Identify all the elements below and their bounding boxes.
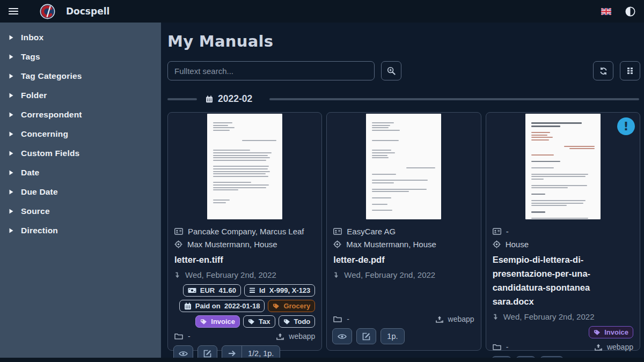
sidebar-item-label: Concerning [21, 129, 68, 139]
concerning-label: Max Mustermann, House [187, 240, 277, 249]
calendar-icon [184, 302, 192, 310]
grid-icon [627, 67, 633, 75]
item-badge: Tax [243, 315, 275, 328]
search-toolbar [167, 61, 640, 80]
arrow-right-icon [228, 350, 236, 357]
layout-toggle-button[interactable] [620, 61, 640, 80]
item-card[interactable]: EasyCare AGMax Mustermann, Houseletter-d… [326, 112, 481, 351]
source-icon [276, 333, 284, 340]
refresh-button[interactable] [593, 61, 613, 80]
badge-label: Invoice [604, 328, 628, 336]
item-date: Wed, February 2nd, 2022 [503, 312, 595, 321]
item-card[interactable]: !-HouseEsempio-di-lettera-di-presentazio… [486, 112, 640, 351]
edit-button[interactable] [356, 328, 376, 344]
item-date-icon [174, 271, 180, 279]
item-badge: Todo [279, 315, 316, 328]
eye-icon [179, 351, 188, 357]
tag-icon [248, 319, 255, 325]
sidebar-item-concerning[interactable]: Concerning [0, 124, 161, 144]
calendar-icon [206, 95, 213, 103]
caret-right-icon [9, 209, 14, 214]
footer-strip [0, 358, 644, 362]
correspondent-icon [333, 228, 342, 235]
correspondent-label: EasyCare AG [347, 227, 396, 236]
caret-right-icon [9, 170, 14, 175]
money-bill-icon [188, 287, 196, 293]
bars-icon [249, 287, 255, 293]
source-label: webapp [289, 332, 315, 341]
document-thumbnail[interactable] [486, 113, 640, 222]
page-title: My Manuals [167, 32, 640, 50]
fulltext-search-button[interactable] [381, 61, 401, 80]
document-thumbnail[interactable] [327, 113, 480, 222]
sidebar-item-label: Folder [21, 91, 47, 100]
correspondent-label: Pancake Company, Marcus Leaf [188, 227, 304, 236]
sidebar-item-direction[interactable]: Direction [0, 221, 161, 240]
docspell-logo-icon[interactable] [40, 4, 55, 19]
cards-row: Pancake Company, Marcus LeafMax Musterma… [167, 112, 640, 351]
sidebar-item-source[interactable]: Source [0, 202, 161, 221]
concerning-label: House [506, 240, 529, 249]
caret-right-icon [9, 189, 14, 195]
theme-toggle-icon[interactable] [625, 6, 635, 17]
sidebar-item-correspondent[interactable]: Correspondent [0, 105, 161, 124]
folder-icon [174, 333, 183, 339]
search-input[interactable] [167, 61, 375, 80]
item-name: letter-de.pdf [333, 253, 474, 267]
badge-label: Todo [294, 317, 311, 326]
sidebar-item-folder[interactable]: Folder [0, 86, 161, 105]
item-badge: Grocery [268, 300, 315, 312]
item-date-icon [493, 313, 498, 321]
concerning-icon [174, 240, 182, 248]
menu-icon[interactable] [9, 8, 18, 15]
concerning-icon [493, 240, 501, 248]
page-count-button[interactable]: 1p. [380, 328, 404, 344]
source-label: webapp [448, 315, 474, 323]
new-item-indicator-icon: ! [617, 117, 635, 135]
item-badge: Paid on 2022-01-18 [179, 300, 265, 312]
sidebar-item-date[interactable]: Date [0, 163, 161, 182]
item-name: letter-en.tiff [174, 253, 315, 267]
sidebar-item-label: Custom Fields [21, 149, 79, 158]
language-flag-icon[interactable] [601, 8, 611, 15]
folder-icon [333, 316, 342, 322]
source-icon [595, 344, 602, 351]
divider-line [167, 98, 197, 100]
edit-icon [203, 350, 211, 358]
refresh-icon [599, 67, 608, 75]
item-date-icon [333, 271, 339, 279]
item-card[interactable]: Pancake Company, Marcus LeafMax Musterma… [167, 112, 322, 351]
document-thumbnail[interactable] [168, 113, 321, 222]
sidebar-item-custom-fields[interactable]: Custom Fields [0, 144, 161, 163]
folder-icon [493, 344, 501, 350]
item-date: Wed, February 2nd, 2022 [344, 270, 435, 279]
main-content: My Manuals 2022-02 Pancake Company, Marc… [161, 23, 644, 362]
sidebar-item-tags[interactable]: Tags [0, 47, 161, 67]
caret-right-icon [9, 35, 14, 40]
item-name: Esempio-di-lettera-di-presentazione-per-… [493, 253, 633, 308]
badge-label: Tax [259, 317, 270, 326]
app-title: Docspell [66, 6, 109, 17]
sidebar-item-tag-categories[interactable]: Tag Categories [0, 67, 161, 86]
sidebar-item-label: Source [21, 206, 50, 216]
badge-label: Grocery [283, 302, 310, 310]
caret-right-icon [9, 151, 14, 156]
correspondent-icon [174, 228, 183, 235]
sidebar: InboxTagsTag CategoriesFolderCorresponde… [0, 23, 161, 358]
item-badge: Invoice [195, 315, 240, 328]
caret-right-icon [9, 112, 14, 117]
source-label: webapp [607, 343, 633, 351]
sidebar-item-label: Tags [21, 52, 40, 62]
tag-icon [200, 319, 207, 325]
caret-right-icon [9, 54, 14, 60]
preview-button[interactable] [332, 328, 352, 344]
caret-right-icon [9, 73, 14, 79]
tag-icon [283, 319, 290, 325]
sidebar-item-due-date[interactable]: Due Date [0, 182, 161, 202]
caret-right-icon [9, 131, 14, 137]
badge-label: Id X-999, X-123 [259, 286, 310, 294]
sidebar-item-label: Due Date [21, 187, 58, 197]
sidebar-item-inbox[interactable]: Inbox [0, 28, 161, 47]
page-count-label: 1p. [381, 329, 404, 344]
badges-row: EUR 41.60Id X-999, X-123Paid on 2022-01-… [168, 284, 321, 328]
